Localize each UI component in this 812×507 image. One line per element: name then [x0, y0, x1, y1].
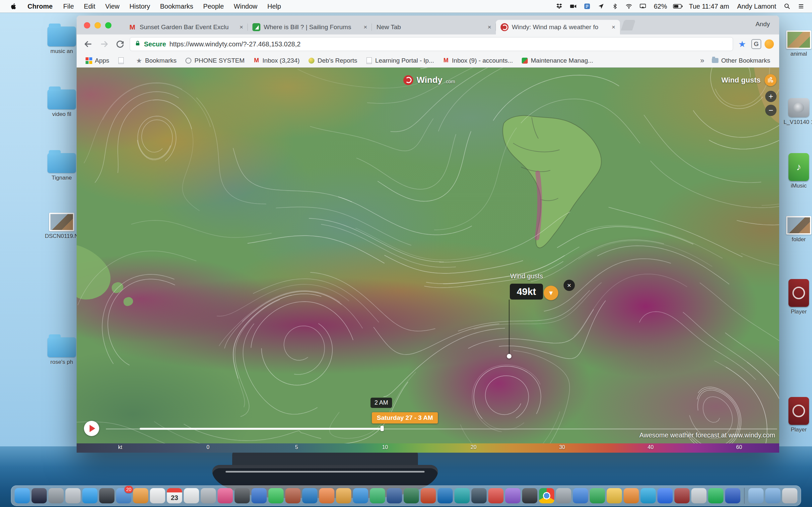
- notification-center-icon[interactable]: [796, 2, 807, 11]
- windy-attribution[interactable]: Awesome weather forecast at www.windy.co…: [640, 432, 775, 439]
- desktop-item-roses[interactable]: rose's ph: [44, 337, 79, 365]
- dock-powerpoint-icon[interactable]: [420, 488, 436, 503]
- dock-silver-app-icon[interactable]: [691, 488, 707, 503]
- timeline-progress[interactable]: [140, 428, 383, 430]
- dock-skype-icon[interactable]: [641, 488, 656, 503]
- forward-button[interactable]: [98, 38, 110, 50]
- dock-orange-app-icon[interactable]: [319, 488, 334, 503]
- tab-sunset-garden[interactable]: M Sunset Garden Bar Event Exclu ×: [124, 20, 248, 35]
- bookmark-star-icon[interactable]: ★: [737, 39, 748, 49]
- desktop-item-video[interactable]: video fil: [44, 90, 79, 118]
- bookmark-phone-system[interactable]: PHONE SYSTEM: [181, 57, 249, 64]
- menubar-user[interactable]: Andy Lamont: [734, 3, 779, 10]
- dock-numbers-icon[interactable]: [370, 488, 385, 503]
- desktop-item-music[interactable]: music an: [44, 26, 79, 55]
- location-icon[interactable]: [595, 2, 607, 11]
- picked-location-marker[interactable]: [507, 354, 511, 358]
- dock-green-app-icon[interactable]: [590, 488, 605, 503]
- zoom-out-button[interactable]: −: [765, 105, 776, 116]
- window-minimize-button[interactable]: [95, 22, 101, 29]
- dock-blue-app-icon[interactable]: [251, 488, 267, 503]
- display-icon[interactable]: [637, 2, 649, 11]
- timeline-date-label[interactable]: Saturday 27 - 3 AM: [372, 412, 438, 424]
- battery-icon[interactable]: [672, 2, 683, 11]
- dock-utility-dark-icon[interactable]: [235, 488, 250, 503]
- bookmark-inbox-accounts[interactable]: MInbox (9) - accounts...: [439, 57, 517, 64]
- window-grid-icon[interactable]: [581, 2, 593, 11]
- desktop-item-animal[interactable]: animal: [781, 31, 812, 57]
- new-tab-button[interactable]: [621, 20, 636, 31]
- window-zoom-button[interactable]: [105, 22, 111, 29]
- dock-blue-app-4-icon[interactable]: [725, 488, 740, 503]
- spotlight-search-icon[interactable]: [781, 2, 793, 11]
- timeline-position-marker[interactable]: [380, 426, 384, 431]
- wifi-icon[interactable]: [623, 2, 635, 11]
- timeline-play-button[interactable]: [84, 421, 99, 436]
- dock-blue-app-2-icon[interactable]: [302, 488, 317, 503]
- dock-slate-app-icon[interactable]: [471, 488, 487, 503]
- tab-new-tab[interactable]: New Tab ×: [372, 20, 496, 35]
- menu-view[interactable]: View: [100, 3, 124, 10]
- back-button[interactable]: [82, 38, 95, 50]
- dock-maroon-app-icon[interactable]: [674, 488, 690, 503]
- menu-window[interactable]: Window: [229, 3, 262, 10]
- dock-books-icon[interactable]: [285, 488, 301, 503]
- desktop-item-player-2[interactable]: Player: [781, 397, 812, 433]
- dock-calendar-icon[interactable]: 23: [167, 488, 182, 503]
- bookmark-page[interactable]: [113, 57, 131, 64]
- menu-file[interactable]: File: [58, 3, 79, 10]
- other-bookmarks[interactable]: Other Bookmarks: [708, 57, 774, 64]
- dock-mail-icon[interactable]: 20: [116, 488, 131, 503]
- dock-launchpad-icon[interactable]: [48, 488, 64, 503]
- windy-logo[interactable]: Windy .com: [403, 75, 455, 85]
- dropbox-icon[interactable]: [554, 2, 565, 11]
- menu-history[interactable]: History: [124, 3, 155, 10]
- dock-gray-tool-icon[interactable]: [556, 488, 571, 503]
- dock-pages-icon[interactable]: [336, 488, 351, 503]
- dock-teal-app-icon[interactable]: [454, 488, 470, 503]
- picker-value[interactable]: 49kt: [510, 284, 543, 299]
- window-close-button[interactable]: [84, 22, 90, 29]
- bookmark-maintenance[interactable]: Maintenance Manag...: [517, 57, 597, 64]
- tab-close-icon[interactable]: ×: [240, 23, 243, 31]
- dock-contacts-icon[interactable]: [201, 488, 216, 503]
- video-camera-icon[interactable]: [567, 2, 579, 11]
- dock-blue-app-3-icon[interactable]: [573, 488, 588, 503]
- g-extension-icon[interactable]: G: [751, 39, 761, 49]
- menu-people[interactable]: People: [198, 3, 229, 10]
- desktop-item-player-1[interactable]: Player: [781, 279, 812, 315]
- dock-messages-icon[interactable]: [268, 488, 284, 503]
- dock-documents-folder-icon[interactable]: [765, 488, 780, 503]
- menu-app-name[interactable]: Chrome: [22, 3, 58, 10]
- dock-chrome-icon[interactable]: [539, 488, 554, 503]
- dock-purple-app-icon[interactable]: [505, 488, 520, 503]
- zoom-in-button[interactable]: +: [765, 91, 776, 102]
- tab-close-icon[interactable]: ×: [363, 23, 367, 31]
- dock-keynote-icon[interactable]: [353, 488, 368, 503]
- dock-word-icon[interactable]: [387, 488, 402, 503]
- dock-dark-app-icon[interactable]: [522, 488, 537, 503]
- bookmarks-overflow-chevron[interactable]: »: [697, 56, 708, 65]
- dock-notes-icon[interactable]: [150, 488, 165, 503]
- layer-picker-button[interactable]: Wind gusts: [721, 74, 776, 86]
- desktop-item-dscn[interactable]: DSCN0119.N: [44, 213, 79, 239]
- menubar-clock[interactable]: Tue 11:47 am: [686, 3, 732, 10]
- tab-sailing-forums[interactable]: Where is Bill ? | Sailing Forums ×: [248, 20, 372, 35]
- dock-excel-icon[interactable]: [404, 488, 419, 503]
- dock-itunes-icon[interactable]: [217, 488, 233, 503]
- bookmark-apps[interactable]: Apps: [81, 57, 113, 64]
- desktop-item-tignane[interactable]: Tignane: [44, 153, 79, 181]
- windy-wind-map[interactable]: Windy .com Wind gusts + − Wind gusts 49k…: [77, 68, 779, 453]
- bookmark-debs-reports[interactable]: Deb's Reports: [304, 57, 362, 64]
- dock-trash-icon[interactable]: [782, 488, 798, 503]
- dock-yellow-app-icon[interactable]: [607, 488, 622, 503]
- menu-help[interactable]: Help: [262, 3, 286, 10]
- picker-chevron-down-icon[interactable]: ▾: [544, 286, 558, 300]
- apple-menu-icon[interactable]: [5, 3, 22, 10]
- dock-downloads-folder-icon[interactable]: [748, 488, 764, 503]
- bookmark-bookmarks[interactable]: ★Bookmarks: [131, 57, 181, 64]
- menu-bookmarks[interactable]: Bookmarks: [155, 3, 198, 10]
- picker-close-icon[interactable]: ×: [564, 280, 575, 291]
- dock-utilities-icon[interactable]: [99, 488, 114, 503]
- tab-close-icon[interactable]: ×: [612, 23, 615, 31]
